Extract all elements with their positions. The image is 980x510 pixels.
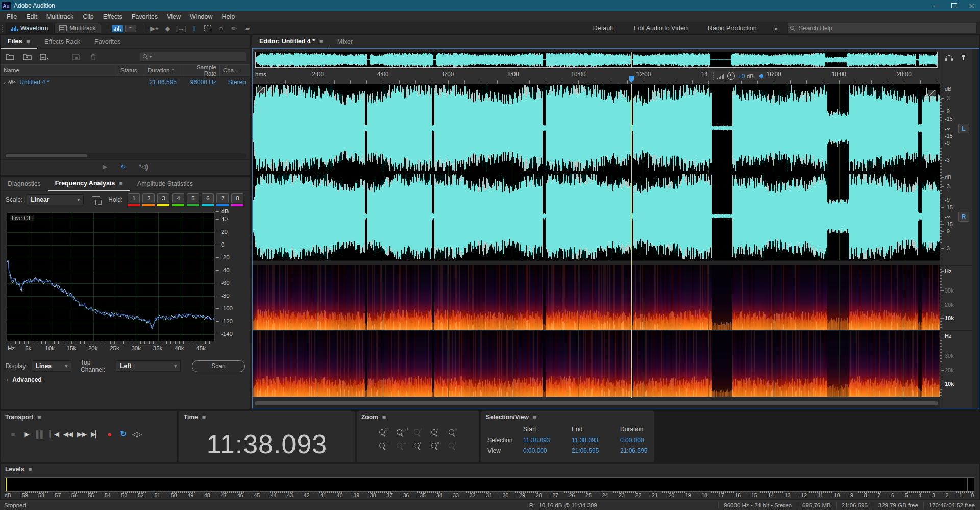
headphone-icon[interactable] (946, 55, 952, 61)
save-icon[interactable] (71, 53, 81, 61)
hold-button[interactable]: 7 (216, 193, 229, 206)
close-button[interactable] (963, 0, 980, 11)
editor-right-strip[interactable] (972, 49, 979, 409)
minimize-button[interactable] (928, 0, 945, 11)
razor-tool-icon[interactable]: ◆ (162, 23, 174, 33)
open-file-icon[interactable] (5, 53, 15, 61)
timeline-ruler[interactable]: hms +0 dB 2:004:006:008:0010:0012:0014:0… (253, 69, 940, 84)
scan-button[interactable]: Scan (192, 360, 245, 372)
record-button[interactable]: ● (104, 429, 114, 439)
time-display[interactable]: 11:38.093 (179, 429, 355, 459)
gain-hud[interactable]: +0 dB (708, 71, 758, 81)
files-play-icon[interactable]: ▶ (103, 163, 107, 171)
menu-item[interactable]: Window (185, 12, 217, 21)
zoom-to-selection-button[interactable] (429, 441, 442, 451)
multitrack-view-button[interactable]: Multitrack (54, 23, 101, 34)
waveform-right-channel[interactable] (253, 172, 940, 261)
search-help-box[interactable] (787, 23, 977, 33)
panel-menu-icon[interactable]: ≡ (37, 414, 41, 421)
hud-gain-value[interactable]: +0 dB (738, 72, 754, 80)
search-help-input[interactable] (798, 24, 974, 32)
time-selection-tool-icon[interactable]: I (188, 23, 201, 33)
menu-item[interactable]: Multitrack (42, 12, 78, 21)
menu-item[interactable]: Effects (99, 12, 127, 21)
zoom-in-vertical-button[interactable] (377, 428, 389, 438)
tab-diagnostics[interactable]: Diagnostics (1, 177, 48, 190)
loop-playback-button[interactable]: ↻ (118, 429, 128, 439)
levels-meter[interactable] (5, 477, 974, 492)
file-row[interactable]: › Untitled 4 * 21:06.595 96000 Hz Stereo (1, 77, 250, 88)
menu-item[interactable]: Clip (78, 12, 99, 21)
frequency-plot-area[interactable]: Live CTI (7, 212, 215, 341)
marker-pin-icon[interactable] (961, 55, 966, 61)
overview-waveform[interactable] (255, 52, 938, 68)
view-start-value[interactable]: 0:00.000 (523, 447, 572, 454)
workspace-overflow-button[interactable]: » (767, 25, 785, 32)
selection-start-value[interactable]: 11:38.093 (523, 436, 572, 444)
advanced-expander-icon[interactable]: › (7, 377, 8, 383)
hold-button[interactable]: 8 (231, 193, 243, 206)
playhead-handle[interactable] (629, 76, 634, 80)
advanced-label[interactable]: Advanced (12, 376, 41, 383)
panel-menu-icon[interactable]: ≡ (28, 466, 32, 473)
zoom-in-horizontal-button[interactable] (395, 428, 407, 438)
toolbar-grip[interactable] (1, 24, 4, 32)
waveform-display-button[interactable]: ~ (125, 25, 136, 32)
zoom-full-button[interactable] (447, 441, 459, 451)
paintbrush-tool-icon[interactable]: ✏ (228, 23, 240, 33)
files-speaker-icon[interactable]: *◁) (139, 163, 148, 171)
hold-button[interactable]: 3 (157, 193, 169, 206)
playhead-line[interactable] (631, 84, 632, 398)
panel-menu-icon[interactable]: ≡ (202, 414, 206, 421)
display-dropdown[interactable]: Lines▾ (32, 360, 71, 372)
play-button[interactable]: ▶ (21, 429, 32, 439)
zoom-out-vertical-button[interactable] (377, 441, 389, 451)
tab-amplitude-statistics[interactable]: Amplitude Statistics (130, 177, 200, 190)
skip-back-button[interactable]: ▏◀ (49, 429, 59, 439)
tab-mixer[interactable]: Mixer (330, 35, 360, 48)
view-duration-value[interactable]: 21:06.595 (620, 447, 654, 454)
maximize-button[interactable] (945, 0, 963, 11)
menu-item[interactable]: Edit (21, 12, 42, 21)
column-header-sample-rate[interactable]: Sample Rate (180, 65, 219, 76)
panel-menu-icon[interactable]: ≡ (27, 38, 31, 45)
trash-icon[interactable] (88, 53, 99, 61)
panel-menu-icon[interactable]: ≡ (319, 38, 323, 45)
tab-files[interactable]: Files≡ (1, 35, 37, 49)
zoom-in-right-button[interactable] (429, 428, 442, 438)
zoom-out-horizontal-button[interactable] (395, 441, 407, 451)
column-header-channels[interactable]: Cha... (219, 65, 249, 76)
zoom-selection-time-button[interactable] (447, 428, 459, 438)
tab-editor[interactable]: Editor: Untitled 4 *≡ (252, 35, 330, 49)
hud-grip[interactable] (712, 72, 714, 80)
channel-splitter[interactable] (253, 260, 940, 265)
copy-graph-icon[interactable] (92, 196, 100, 203)
panel-menu-icon[interactable]: ≡ (533, 414, 537, 421)
column-header-name[interactable]: Name (1, 67, 117, 74)
workspace-button[interactable]: Default (583, 23, 624, 33)
workspace-button[interactable]: Radio Production (698, 23, 767, 33)
editor-horizontal-scrollbar[interactable] (253, 398, 940, 409)
panel-menu-icon[interactable]: ≡ (119, 180, 123, 187)
hold-button[interactable]: 2 (142, 193, 155, 206)
row-expander-icon[interactable]: › (4, 80, 5, 85)
skip-selection-button[interactable]: ◁▷ (132, 429, 142, 439)
zoom-out-left-button[interactable] (412, 441, 424, 451)
spectrogram-right-channel[interactable] (253, 330, 940, 397)
move-tool-icon[interactable]: ▶✚ (149, 23, 161, 33)
marquee-selection-tool-icon[interactable] (202, 23, 214, 33)
lasso-selection-tool-icon[interactable]: ○ (215, 23, 227, 33)
skip-forward-button[interactable]: ▶▏ (90, 429, 101, 439)
zoom-reset-button[interactable] (412, 428, 424, 438)
workspace-button[interactable]: Edit Audio to Video (623, 23, 697, 33)
new-item-icon[interactable] (39, 53, 50, 61)
hud-pin-button[interactable] (757, 72, 766, 79)
tab-frequency-analysis[interactable]: Frequency Analysis≡ (48, 177, 130, 191)
waveform-left-channel[interactable] (253, 84, 940, 173)
menu-item[interactable]: View (162, 12, 185, 21)
menu-item[interactable]: File (2, 12, 21, 21)
rewind-button[interactable]: ◀◀ (63, 429, 73, 439)
selection-duration-value[interactable]: 0:00.000 (620, 436, 654, 444)
editor-corner-icon[interactable] (257, 87, 265, 93)
hold-button[interactable]: 4 (172, 193, 184, 206)
